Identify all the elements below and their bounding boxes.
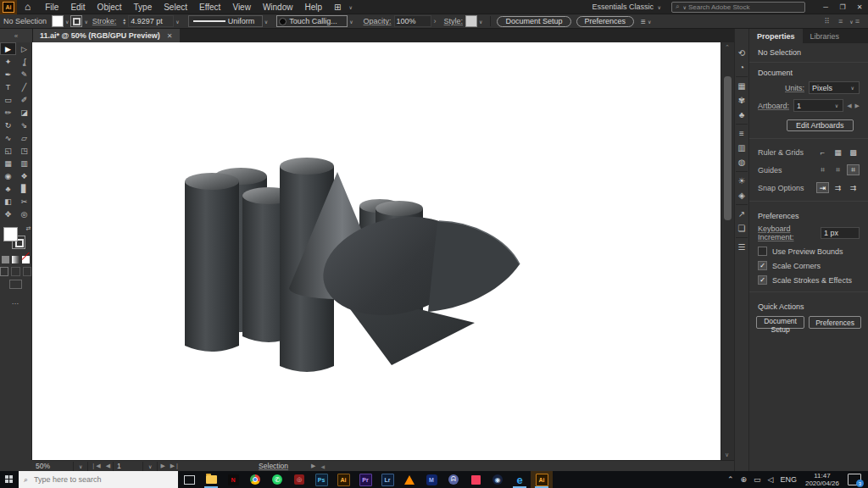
artboard-tool[interactable]: ◧ [0,195,16,208]
align-options-caret-icon[interactable]: ∨ [648,19,651,25]
tray-chevron-up-icon[interactable]: ⌃ [727,475,734,484]
menu-view[interactable]: View [232,3,251,12]
artboards-options-panel-icon[interactable]: ▦ [735,79,748,93]
edit-artboards-button[interactable]: Edit Artboards [787,119,854,131]
snap-to-grid-icon[interactable]: ⇥ [816,182,829,193]
premiere-icon[interactable]: Pr [354,471,376,488]
curvature-tool[interactable]: ✎ [16,68,32,80]
magic-wand-tool[interactable]: ✦ [0,55,16,68]
graphic-styles-panel-icon[interactable]: ◈ [735,188,748,202]
edit-toolbar-icon[interactable]: … [0,297,31,306]
taskbar-search[interactable]: ⌕ [19,471,178,488]
hand-tool[interactable]: ✥ [0,208,16,220]
snap-to-point-icon[interactable]: ⇉ [832,182,844,193]
artboards-panel-icon[interactable]: ❏ [735,221,748,236]
tab-libraries[interactable]: Libraries [803,29,848,43]
artboard-select[interactable]: 1 ∨ [793,99,843,112]
width-profile-caret-icon[interactable]: ∨ [264,19,268,25]
close-button[interactable]: ✕ [851,0,868,14]
swap-fill-stroke-icon[interactable]: ⇄ [26,225,31,232]
artwork-3d-shapes[interactable] [32,42,721,460]
minimize-button[interactable]: ─ [817,0,834,14]
zoom-level-caret-icon[interactable]: ∨ [74,462,88,471]
free-transform-tool[interactable]: ▱ [16,131,32,144]
keyboard-increment-label[interactable]: Keyboard Increment: [758,225,816,241]
color-mode-button[interactable] [2,256,9,263]
fill-stroke-control[interactable]: ⇄ [3,227,29,252]
gradient-tool[interactable]: ▥ [16,157,32,169]
export-panel-icon[interactable]: ↗ [735,207,748,221]
direct-selection-tool[interactable]: ▷ [16,42,32,55]
pink-app-icon[interactable] [465,471,487,488]
puppet-warp-panel-icon[interactable]: ✾ [735,93,748,108]
none-mode-button[interactable] [22,256,30,263]
units-select[interactable]: Pixels ∨ [809,81,860,94]
eyedropper-tool[interactable]: ◉ [0,169,16,182]
artboard-canvas[interactable] [32,42,721,460]
shape-builder-tool[interactable]: ◱ [0,144,16,157]
panel-options-icon[interactable]: ≡ [838,17,843,25]
eraser-tool[interactable]: ◪ [16,106,32,119]
selection-tool[interactable]: ▶ [0,42,16,55]
perspective-grid-tool[interactable]: ◳ [16,144,32,157]
hscroll-left-icon[interactable]: ◀ [318,463,327,469]
rectangle-tool[interactable]: ▭ [0,93,16,106]
language-indicator[interactable]: ENG [780,475,797,484]
show-grid-icon[interactable]: ▦ [832,147,844,158]
taskbar-search-input[interactable] [32,474,146,485]
artboard-label[interactable]: Artboard: [758,102,789,110]
draw-normal-button[interactable] [0,267,8,276]
arrange-documents-caret-icon[interactable]: ∨ [348,4,352,10]
scale-strokes-effects-checkbox[interactable]: ✓ [758,275,767,285]
mesh-tool[interactable]: ▦ [0,157,16,169]
stroke-weight-input[interactable]: 4.9297 pt [128,15,174,27]
keyboard-increment-input[interactable] [821,227,860,239]
transparency-panel-icon[interactable]: ◍ [735,155,748,169]
draw-behind-button[interactable] [11,267,19,276]
show-guides-icon[interactable]: ⌗ [816,164,829,175]
workspace-switcher[interactable]: Essentials Classic ∨ [593,3,663,11]
whatsapp-icon[interactable]: ✆ [266,471,288,488]
fill-caret-icon[interactable]: ∨ [65,19,69,25]
action-center-icon[interactable]: 3 [848,474,861,485]
home-icon[interactable]: ⌂ [25,1,31,13]
stepper-down-icon[interactable]: ▼ [122,21,126,25]
artboard-navigation-caret-icon[interactable]: ∨ [143,462,158,471]
type-tool[interactable]: T [0,80,16,93]
show-rulers-icon[interactable]: ⌐ [816,147,829,158]
layers-panel-icon[interactable]: ☰ [735,240,748,254]
vertical-scrollbar[interactable]: ⌃ ∨ [721,42,734,460]
lock-guides-icon[interactable]: ⌗ [832,164,844,175]
vertical-scrollbar-thumb[interactable] [724,76,732,220]
prev-artboard-icon[interactable]: ◀ [847,103,851,109]
toolbar-collapse-icon[interactable]: « [0,29,33,42]
start-button[interactable] [0,471,19,488]
menu-edit[interactable]: Edit [70,3,85,12]
use-preview-bounds-checkbox[interactable] [758,247,767,256]
shaper-tool[interactable]: ✏ [0,106,16,119]
chrome-icon[interactable] [244,471,266,488]
last-artboard-icon[interactable]: ▶❘ [168,463,182,469]
steam-icon[interactable]: ◉ [487,471,509,488]
discord-icon[interactable]: ᗣ [442,471,465,488]
stroke-weight-label[interactable]: Stroke: [92,17,117,25]
opacity-expand-icon[interactable]: › [431,17,439,25]
gradient-mode-button[interactable] [12,256,19,263]
next-artboard-nav-icon[interactable]: ▶ [158,463,167,469]
hamburger-menu-icon[interactable]: ≡ [855,17,860,25]
menu-object[interactable]: Object [97,3,122,12]
scale-corners-checkbox[interactable]: ✓ [758,261,767,270]
show-transparency-grid-icon[interactable]: ▩ [847,147,860,158]
smart-guides-icon[interactable]: ⌗ [847,164,860,175]
lightroom-icon[interactable]: Lr [376,471,398,488]
units-label[interactable]: Units: [785,84,804,92]
menu-window[interactable]: Window [263,3,293,12]
next-artboard-icon[interactable]: ▶ [855,103,860,109]
pen-tool[interactable]: ✒ [0,68,16,80]
symbol-sprayer-tool[interactable]: ♣ [0,182,16,195]
illustrator-active-icon[interactable]: Ai [531,471,553,488]
gradient-panel-icon[interactable]: ▥ [735,141,748,155]
line-segment-tool[interactable]: ╱ [16,80,32,93]
brush-definition-select[interactable]: Touch Callig... [276,15,348,27]
arrange-documents-icon[interactable]: ⊞ [334,3,341,12]
